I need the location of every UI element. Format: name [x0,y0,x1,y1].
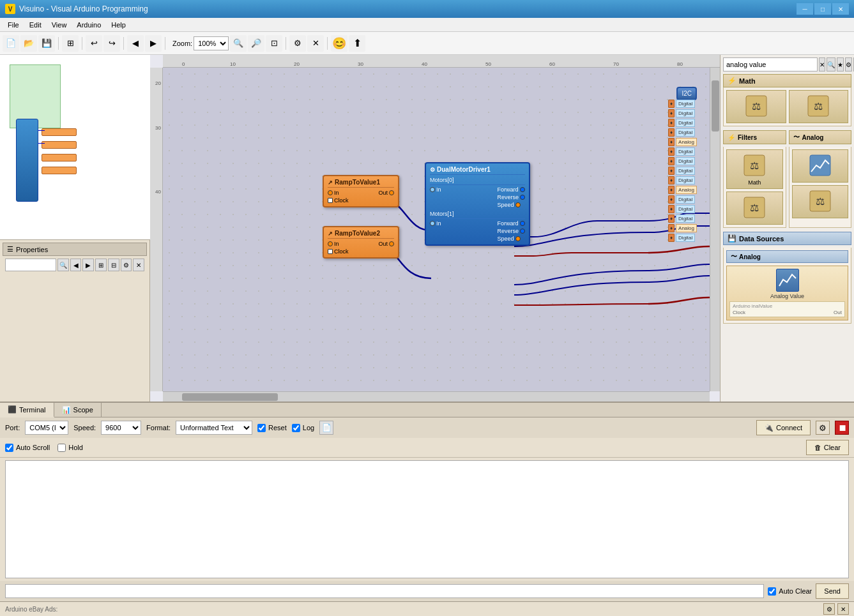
ads-close-btn[interactable]: ✕ [837,603,849,615]
canvas[interactable]: I2C ↗ RampToValue1 In [163,68,710,391]
filters-comp2[interactable]: ⚖ [726,192,783,225]
hscroll-handle[interactable] [182,393,278,401]
autoscroll-container[interactable]: Auto Scroll [5,444,50,452]
hold-container[interactable]: Hold [57,444,83,452]
canvas-scroll[interactable]: I2C ↗ RampToValue1 In [163,68,710,391]
props-settings-btn[interactable]: ⚙ [121,259,132,271]
connect-button[interactable]: 🔌 Connect [756,420,811,435]
serial-output[interactable] [5,460,849,578]
reset-checkbox[interactable] [257,424,266,432]
maximize-button[interactable]: □ [814,3,831,15]
canvas-scrollbar-vertical[interactable] [710,68,720,391]
props-next-btn[interactable]: ▶ [82,259,94,271]
motor1-in-dot[interactable] [430,221,435,226]
sep5 [286,37,286,50]
search-go-btn[interactable]: 🔍 [827,57,835,71]
ramp2-clock-dot[interactable] [328,249,333,254]
grid-button[interactable]: ⊞ [62,35,79,52]
properties-header[interactable]: ☰ Properties [3,243,147,256]
send-button[interactable]: Send [816,583,849,599]
motor0-forward-dot[interactable] [520,187,525,192]
filters-math-comp[interactable]: ⚖ Math [726,149,783,189]
reset-checkbox-container[interactable]: Reset [257,424,287,432]
log-checkbox[interactable] [292,424,300,432]
dual-motor-driver-block[interactable]: ⚙ DualMotorDriver1 Motors[0] In [425,162,530,246]
zoom-in-button[interactable]: 🔍 [230,35,247,52]
serial-stop-btn[interactable]: ⏹ [835,421,849,435]
analog-value-widget[interactable]: Analog Value Arduino inalValue Clock Out [726,266,848,320]
autoclear-checkbox[interactable] [768,587,776,596]
board-button[interactable]: 😊 [331,35,347,52]
menu-view[interactable]: View [47,20,72,30]
analog-subsection-header[interactable]: 〜 Analog [726,250,848,263]
close-button[interactable]: ✕ [832,3,849,15]
upload-button[interactable]: ⬆ [349,35,365,52]
scope-tab[interactable]: 📊 Scope [54,403,102,417]
autoscroll-checkbox[interactable] [5,444,13,452]
hold-checkbox[interactable] [57,444,66,452]
search-fav-btn[interactable]: ★ [837,57,844,71]
zoom-select[interactable]: 100% 75% 125% 150% [194,36,229,50]
new-button[interactable]: 📄 [3,35,19,52]
canvas-scrollbar-horizontal[interactable] [163,391,710,402]
data-sources-header[interactable]: 💾 Data Sources [723,232,851,245]
analog-header[interactable]: 〜 Analog [789,130,852,144]
back-button[interactable]: ◀ [127,35,144,52]
search-clear-btn[interactable]: ✕ [819,57,825,71]
undo-button[interactable]: ↩ [86,35,102,52]
log-file-btn[interactable]: 📄 [319,421,333,435]
props-close-btn[interactable]: ✕ [133,259,144,271]
props-prev-btn[interactable]: ◀ [70,259,82,271]
motor0-reverse-dot[interactable] [520,195,525,200]
ads-settings-btn[interactable]: ⚙ [823,603,835,615]
save-button[interactable]: 💾 [38,35,55,52]
compile-button[interactable]: ⚙ [289,35,306,52]
ramp1-in-dot[interactable] [328,190,333,195]
menu-arduino[interactable]: Arduino [72,20,106,30]
properties-search[interactable] [5,259,56,271]
ramp2-out-dot[interactable] [389,241,394,246]
analog-comp2[interactable]: ⚖ [792,185,849,218]
motor1-forward-dot[interactable] [520,221,525,226]
ramp2-in-dot[interactable] [328,241,333,246]
zoom-out-button[interactable]: 🔎 [248,35,264,52]
props-collapse-btn[interactable]: ⊟ [108,259,119,271]
menu-file[interactable]: File [3,20,24,30]
stop-button[interactable]: ✕ [307,35,324,52]
ramp-to-value1-block[interactable]: ↗ RampToValue1 In Cl [323,175,399,207]
ramp1-clock-dot[interactable] [328,198,333,203]
open-button[interactable]: 📂 [20,35,37,52]
format-select[interactable]: Unformatted Text Hex Decimal [176,421,252,435]
autoclear-container[interactable]: Auto Clear [768,587,812,596]
search-settings-btn[interactable]: ⚙ [845,57,852,71]
redo-button[interactable]: ↪ [103,35,120,52]
motor1-reverse-dot[interactable] [520,229,525,234]
motor0-speed-dot[interactable] [515,202,521,207]
props-search-btn[interactable]: 🔍 [57,259,69,271]
motor0-in-dot[interactable] [430,187,435,192]
clear-button[interactable]: 🗑 Clear [806,440,849,455]
menu-help[interactable]: Help [106,20,131,30]
zoom-fit-button[interactable]: ⊡ [266,35,282,52]
ramp1-out-dot[interactable] [389,190,394,195]
minimize-button[interactable]: ─ [797,3,813,15]
filters-header[interactable]: ⚡ Filters [723,130,786,144]
analog-comp1[interactable] [792,149,849,183]
ramp-to-value2-block[interactable]: ↗ RampToValue2 In Cl [323,226,399,259]
math-section-header[interactable]: ⚡ Math [723,74,851,87]
log-checkbox-container[interactable]: Log [292,424,314,432]
vscroll-handle[interactable] [712,80,719,131]
measure-comp1[interactable]: ⚖ [789,90,849,123]
forward-button[interactable]: ▶ [145,35,162,52]
port-select[interactable]: COM5 (I [25,421,68,435]
motor1-speed-dot[interactable] [515,236,521,241]
search-input[interactable] [723,57,818,71]
serial-settings-btn[interactable]: ⚙ [816,421,830,435]
menu-edit[interactable]: Edit [24,20,47,30]
math-comp1[interactable]: ⚖ [726,90,786,123]
props-expand-btn[interactable]: ⊞ [95,259,107,271]
terminal-tab[interactable]: ⬛ Terminal [0,403,54,417]
speed-select[interactable]: 9600 115200 57600 [101,421,141,435]
serial-input-field[interactable] [5,584,764,598]
canvas-wrapper[interactable]: 0 10 20 30 40 50 60 70 80 20 30 40 [150,55,720,402]
